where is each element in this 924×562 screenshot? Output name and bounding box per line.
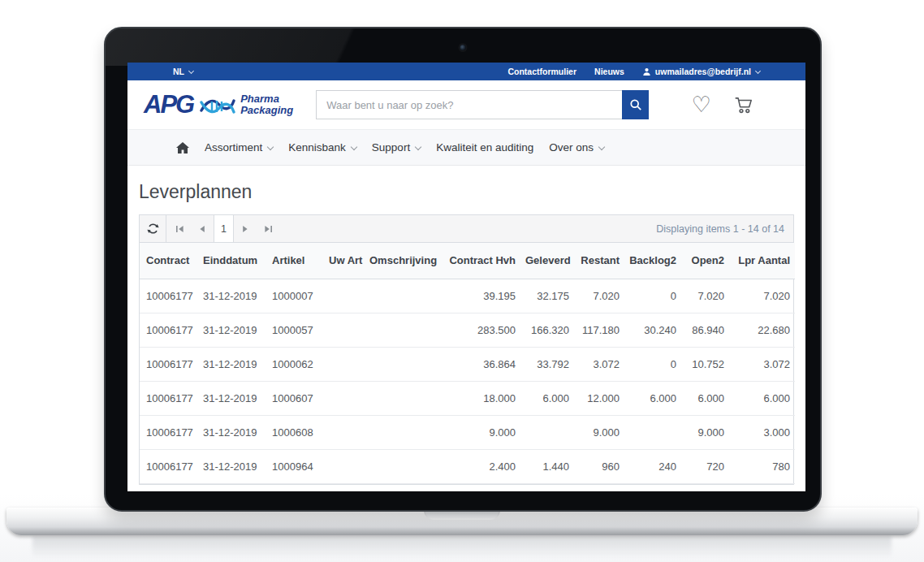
cart-icon[interactable] (732, 94, 755, 115)
table-row: 1000617731-12-2019100060718.0006.00012.0… (140, 381, 795, 415)
cell: 32.175 (520, 279, 574, 313)
leverplannen-grid: 1 Displaying items 1 - 14 of 14 (139, 214, 794, 485)
site-header: APG PharmaPackaging (127, 80, 805, 129)
cell: 22.680 (729, 313, 795, 347)
nav-item-assortiment[interactable]: Assortiment (205, 141, 273, 153)
cell: 31-12-2019 (198, 381, 267, 415)
current-page[interactable]: 1 (214, 215, 234, 242)
nav-item-support[interactable]: Support (372, 141, 421, 153)
column-header-uw-art[interactable]: Uw Art (324, 243, 365, 279)
search-input[interactable] (316, 90, 622, 119)
cell: 1000964 (267, 449, 324, 483)
cell (365, 313, 442, 347)
cell (324, 279, 365, 313)
cell: 1000057 (267, 313, 324, 347)
cell: 36.864 (442, 347, 520, 381)
cell: 31-12-2019 (198, 279, 267, 313)
column-header-artikel[interactable]: Artikel (267, 243, 324, 279)
cell: 6.000 (681, 381, 729, 415)
cell: 12.000 (574, 381, 624, 415)
cell: 2.400 (442, 449, 520, 483)
cell: 166.320 (520, 313, 574, 347)
nav-item-over-ons[interactable]: Over ons (549, 141, 604, 153)
first-page-icon (175, 225, 184, 233)
grid-toolbar: 1 Displaying items 1 - 14 of 14 (140, 215, 793, 243)
cell: 10006177 (140, 381, 198, 415)
cell (520, 415, 574, 449)
column-header-open2[interactable]: Open2 (681, 243, 729, 279)
news-link[interactable]: Nieuws (594, 67, 624, 76)
chevron-down-icon (598, 143, 605, 149)
cell: 3.072 (574, 347, 624, 381)
cell: 31-12-2019 (198, 449, 267, 483)
cell (365, 415, 442, 449)
next-page-icon (242, 225, 248, 233)
cell: 31-12-2019 (198, 415, 267, 449)
chevron-down-icon (188, 67, 194, 73)
column-header-omschrijving[interactable]: Omschrijving (365, 243, 442, 279)
table-row: 1000617731-12-201910009642.4001.44096024… (140, 449, 795, 483)
cell: 9.000 (442, 415, 520, 449)
column-header-contract-hvh[interactable]: Contract Hvh (442, 243, 520, 279)
table-header-row: ContractEinddatumArtikelUw ArtOmschrijvi… (140, 243, 795, 279)
column-header-geleverd[interactable]: Geleverd (520, 243, 574, 279)
search-button[interactable] (622, 90, 649, 119)
cell: 1.440 (520, 449, 574, 483)
home-icon[interactable] (176, 142, 189, 153)
column-header-restant[interactable]: Restant (574, 243, 624, 279)
page-content: Leverplannen (127, 181, 805, 485)
cell: 10006177 (140, 415, 198, 449)
cell (324, 347, 365, 381)
cell: 10.752 (681, 347, 729, 381)
last-page-icon (264, 225, 273, 233)
chevron-down-icon (267, 143, 274, 149)
dna-helix-icon (198, 91, 235, 119)
cell: 1000062 (267, 347, 324, 381)
last-page-button[interactable] (257, 215, 279, 242)
search-bar (316, 90, 649, 119)
language-selector[interactable]: NL (173, 67, 193, 76)
company-logo[interactable]: APG PharmaPackaging (144, 90, 293, 119)
column-header-backlog2[interactable]: Backlog2 (624, 243, 681, 279)
nav-item-kwaliteit-en-auditing[interactable]: Kwaliteit en auditing (436, 141, 533, 153)
main-nav: Assortiment Kennisbank Support Kwaliteit… (127, 129, 805, 166)
cell: 10006177 (140, 279, 198, 313)
first-page-button[interactable] (168, 215, 191, 242)
cell: 7.020 (729, 279, 795, 313)
nav-item-kennisbank[interactable]: Kennisbank (288, 141, 356, 153)
refresh-button[interactable] (140, 215, 166, 242)
column-header-einddatum[interactable]: Einddatum (198, 243, 267, 279)
cell: 0 (624, 347, 681, 381)
table-row: 1000617731-12-20191000057283.500166.3201… (140, 313, 795, 347)
prev-page-button[interactable] (191, 215, 214, 242)
browser-viewport: NL Contactformulier Nieuws uwmailadres@b… (127, 63, 805, 491)
table-row: 1000617731-12-201910006089.0009.0009.000… (140, 415, 795, 449)
chevron-down-icon (415, 143, 421, 149)
cell: 39.195 (442, 279, 520, 313)
cell: 720 (681, 449, 729, 483)
cell: 9.000 (574, 415, 624, 449)
cell: 10006177 (140, 449, 198, 483)
cell: 31-12-2019 (198, 313, 267, 347)
account-menu[interactable]: uwmailadres@bedrijf.nl (642, 67, 760, 76)
cell: 1000608 (267, 415, 324, 449)
table-row: 1000617731-12-2019100000739.19532.1757.0… (140, 279, 795, 313)
cell: 18.000 (442, 381, 520, 415)
cell (365, 347, 442, 381)
account-email: uwmailadres@bedrijf.nl (655, 67, 751, 76)
wishlist-heart-icon[interactable]: ♡ (692, 94, 711, 116)
next-page-button[interactable] (234, 215, 257, 242)
logo-text: APG (144, 90, 193, 119)
cell: 6.000 (729, 381, 795, 415)
chevron-down-icon (755, 67, 761, 73)
cell (324, 415, 365, 449)
column-header-lpr-aantal[interactable]: Lpr Aantal (729, 243, 795, 279)
laptop-reflection (32, 537, 892, 558)
webcam-icon (460, 45, 466, 50)
contact-form-link[interactable]: Contactformulier (507, 67, 576, 76)
column-header-contract[interactable]: Contract (140, 243, 198, 279)
cell (324, 313, 365, 347)
cell: 7.020 (574, 279, 624, 313)
table-row: 1000617731-12-2019100006236.86433.7923.0… (140, 347, 795, 381)
cell: 240 (624, 449, 681, 483)
